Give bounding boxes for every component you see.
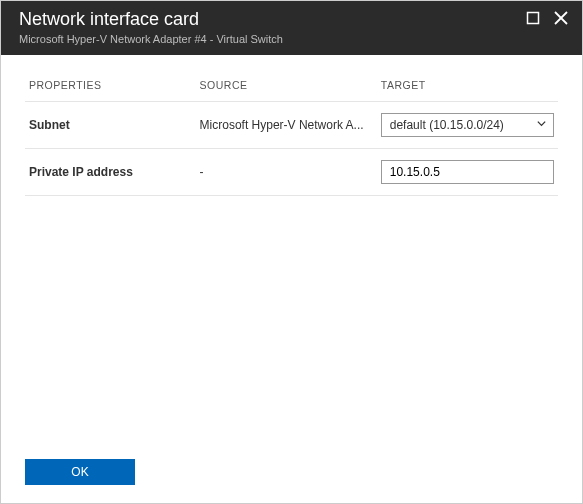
property-label-private-ip: Private IP address <box>25 148 196 195</box>
window-controls <box>526 9 568 25</box>
private-ip-input[interactable] <box>381 160 554 184</box>
source-value-private-ip: - <box>196 148 377 195</box>
col-header-target: TARGET <box>377 73 558 102</box>
dialog-header: Network interface card Microsoft Hyper-V… <box>1 1 582 55</box>
table-row: Private IP address - <box>25 148 558 195</box>
dialog-footer: OK <box>1 445 582 503</box>
properties-table: PROPERTIES SOURCE TARGET Subnet Microsof… <box>25 73 558 196</box>
chevron-down-icon <box>536 118 547 132</box>
header-text: Network interface card Microsoft Hyper-V… <box>19 9 526 45</box>
svg-rect-0 <box>528 13 539 24</box>
target-cell-subnet: default (10.15.0.0/24) <box>377 101 558 148</box>
col-header-source: SOURCE <box>196 73 377 102</box>
table-row: Subnet Microsoft Hyper-V Network A... de… <box>25 101 558 148</box>
property-label-subnet: Subnet <box>25 101 196 148</box>
target-cell-private-ip <box>377 148 558 195</box>
col-header-properties: PROPERTIES <box>25 73 196 102</box>
close-icon[interactable] <box>554 11 568 25</box>
ok-button[interactable]: OK <box>25 459 135 485</box>
dialog-title: Network interface card <box>19 9 526 31</box>
dialog-subtitle: Microsoft Hyper-V Network Adapter #4 - V… <box>19 33 526 45</box>
subnet-select-value: default (10.15.0.0/24) <box>390 118 504 132</box>
source-value-subnet: Microsoft Hyper-V Network A... <box>196 101 377 148</box>
restore-icon[interactable] <box>526 11 540 25</box>
source-text: Microsoft Hyper-V Network A... <box>200 118 373 132</box>
dialog-body: PROPERTIES SOURCE TARGET Subnet Microsof… <box>1 55 582 445</box>
subnet-select[interactable]: default (10.15.0.0/24) <box>381 113 554 137</box>
